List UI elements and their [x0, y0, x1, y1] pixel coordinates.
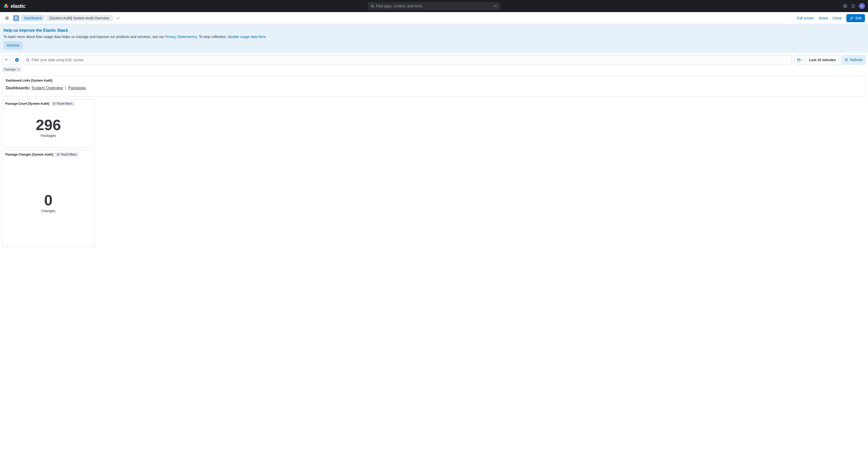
integrations-icon[interactable] [851, 4, 856, 8]
clone-button[interactable]: Clone [833, 16, 842, 20]
svg-point-5 [843, 4, 847, 8]
dashboard-links-panel: Dashboard Links [System Audit] Dashboard… [2, 76, 866, 97]
global-search[interactable]: ⌘/ [368, 2, 500, 10]
add-filter-button[interactable] [12, 55, 21, 65]
edit-button[interactable]: Edit [846, 14, 865, 22]
app-badge-letter: D [15, 17, 18, 20]
disable-usage-link[interactable]: disable usage data here [228, 35, 266, 39]
dismiss-button[interactable]: Dismiss [3, 41, 23, 49]
global-search-input[interactable] [376, 4, 492, 8]
refresh-label: Refresh [850, 58, 863, 62]
panel-filters-label: Panel filters [61, 153, 76, 156]
external-link-icon [194, 36, 197, 38]
filter-pill-label: Package [4, 68, 16, 71]
filter-pill-package[interactable]: Package ✕ [2, 67, 22, 72]
banner-text-middle: . To stop collection, [197, 35, 228, 39]
filter-options-button[interactable] [2, 55, 10, 65]
link-separator: | [65, 86, 66, 90]
share-button[interactable]: Share [818, 16, 828, 20]
refresh-icon [844, 58, 848, 62]
breadcrumb: Dashboard [System Audit] System Audit Ov… [21, 15, 113, 22]
avatar-initial: e [861, 4, 863, 7]
search-icon [26, 58, 29, 62]
svg-line-17 [28, 61, 29, 62]
filter-circle-icon [57, 153, 60, 156]
package-changes-panel: Package Changes [System Audit] Panel fil… [2, 150, 95, 247]
banner-text-prefix: To learn more about how usage data helps… [3, 35, 165, 39]
svg-line-4 [373, 7, 374, 8]
panel-title: Package Changes [System Audit] [5, 153, 53, 156]
svg-point-3 [371, 5, 373, 7]
filter-circle-icon [53, 102, 56, 105]
package-changes-value: 0 [44, 193, 52, 208]
avatar[interactable]: e [859, 3, 865, 9]
app-badge: D [13, 15, 19, 21]
chevron-down-icon [801, 59, 804, 61]
time-picker-toggle[interactable] [795, 55, 806, 65]
time-picker[interactable]: Last 15 minutes [794, 55, 839, 65]
kql-input[interactable] [31, 58, 789, 62]
package-count-panel: Package Count [System Audit] Panel filte… [2, 99, 95, 147]
telemetry-banner: Help us improve the Elastic Stack To lea… [0, 24, 868, 53]
panel-title: Dashboard Links [System Audit] [6, 79, 862, 82]
panel-filters-label: Panel filters [57, 102, 72, 105]
filter-icon [4, 58, 8, 62]
elastic-logo[interactable]: elastic [3, 3, 26, 9]
link-system-overview[interactable]: System Overview [31, 86, 63, 90]
panel-filters-badge[interactable]: Panel filters [55, 152, 79, 157]
package-count-label: Packages [40, 134, 56, 138]
svg-point-1 [4, 6, 6, 8]
banner-text: To learn more about how usage data helps… [3, 35, 865, 39]
package-count-value: 296 [36, 118, 61, 133]
full-screen-button[interactable]: Full screen [797, 16, 814, 20]
panel-filters-badge[interactable]: Panel filters [51, 101, 74, 106]
elastic-wordmark: elastic [10, 3, 26, 9]
privacy-link[interactable]: Privacy Statement [165, 35, 197, 39]
breadcrumb-current: [System Audit] System Audit Overview [44, 15, 113, 22]
svg-point-2 [6, 6, 8, 8]
banner-title: Help us improve the Elastic Stack [3, 28, 865, 33]
calendar-icon [797, 58, 801, 62]
time-range-label[interactable]: Last 15 minutes [806, 58, 839, 62]
svg-point-6 [844, 5, 846, 7]
menu-icon [5, 16, 9, 20]
banner-text-suffix: . [266, 35, 267, 39]
package-changes-label: Changes [41, 209, 55, 213]
close-icon[interactable]: ✕ [18, 68, 20, 71]
refresh-button[interactable]: Refresh [841, 55, 866, 65]
svg-point-16 [26, 59, 29, 61]
plus-circle-icon [15, 58, 19, 62]
edit-label: Edit [856, 16, 862, 20]
search-icon [371, 4, 374, 8]
panel-title: Package Count [System Audit] [5, 102, 49, 105]
search-shortcut: ⌘/ [494, 4, 497, 8]
nav-toggle-button[interactable] [3, 14, 11, 22]
elastic-logo-icon [3, 3, 9, 9]
link-packages[interactable]: Packages [68, 86, 86, 90]
svg-rect-18 [797, 59, 800, 61]
links-label: Dashboards: [6, 86, 30, 90]
check-icon [116, 17, 120, 20]
breadcrumb-dashboard[interactable]: Dashboard [21, 15, 45, 22]
kql-query-bar[interactable] [23, 55, 792, 65]
newsfeed-icon[interactable] [843, 4, 847, 8]
pencil-icon [850, 17, 854, 20]
